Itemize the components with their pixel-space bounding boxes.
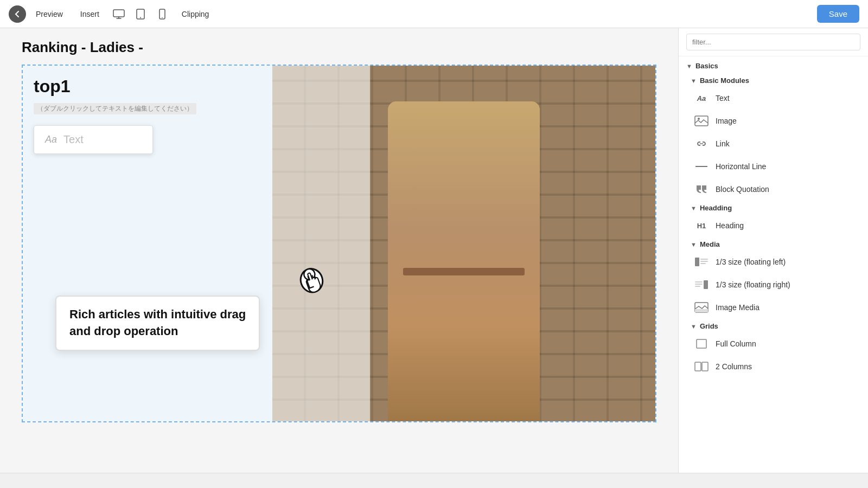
- sidebar-item-image-media[interactable]: Image Media: [679, 296, 868, 319]
- sidebar-item-link[interactable]: Link: [679, 132, 868, 155]
- heading-item-label: Heading: [716, 221, 744, 230]
- subsection-media[interactable]: ▼ Media: [679, 237, 868, 251]
- save-button[interactable]: Save: [817, 5, 859, 23]
- third-right-item-label: 1/3 size (floating right): [716, 280, 790, 289]
- article-top-label: top1: [34, 76, 261, 97]
- svg-rect-0: [113, 10, 124, 17]
- svg-point-2: [140, 17, 141, 18]
- image-item-label: Image: [716, 117, 737, 125]
- sidebar-item-text[interactable]: Aa Text: [679, 87, 868, 110]
- toolbar: Preview Insert Clipping Save: [0, 0, 868, 28]
- subsection-media-label: Media: [700, 240, 720, 248]
- article-container: top1 （ダブルクリックしてテキストを編集してください） Aa Text: [22, 65, 656, 422]
- block-quotation-icon: [694, 183, 709, 195]
- subsection-basic-modules[interactable]: ▼ Basic Modules: [679, 73, 868, 87]
- block-quotation-item-label: Block Quotation: [716, 185, 769, 194]
- drag-text-icon: Aa: [45, 134, 57, 145]
- text-icon: Aa: [694, 92, 709, 104]
- svg-rect-10: [700, 259, 708, 260]
- image-media-item-label: Image Media: [716, 303, 760, 312]
- full-column-item-label: Full Column: [716, 339, 756, 348]
- sidebar-item-full-column[interactable]: Full Column: [679, 332, 868, 355]
- sidebar-item-heading[interactable]: H1 Heading: [679, 214, 868, 237]
- sidebar: ▼ Basics ▼ Basic Modules Aa Text Im: [678, 28, 868, 473]
- subsection-grids-label: Grids: [700, 322, 718, 330]
- page-title: Ranking - Ladies -: [22, 39, 656, 56]
- sidebar-item-block-quotation[interactable]: Block Quotation: [679, 178, 868, 201]
- section-basics[interactable]: ▼ Basics: [679, 56, 868, 73]
- chevron-down-icon: ▼: [691, 78, 697, 84]
- clipping-button[interactable]: Clipping: [174, 7, 217, 22]
- subsection-basic-modules-label: Basic Modules: [700, 76, 749, 85]
- tablet-icon[interactable]: [131, 4, 150, 24]
- canvas-area: Ranking - Ladies - top1 （ダブルクリックしてテキストを編…: [0, 28, 678, 473]
- sidebar-item-image[interactable]: Image: [679, 110, 868, 132]
- drag-preview-block: Aa Text: [34, 125, 153, 154]
- tooltip-box: Rich articles with intuitive dragand dro…: [55, 296, 260, 351]
- horizontal-line-item-label: Horizontal Line: [716, 162, 766, 171]
- sidebar-item-third-left[interactable]: 1/3 size (floating left): [679, 251, 868, 273]
- chevron-down-icon: ▼: [691, 241, 697, 248]
- sidebar-item-third-right[interactable]: 1/3 size (floating right): [679, 273, 868, 296]
- third-right-icon: [694, 279, 709, 291]
- sidebar-item-2-columns[interactable]: 2 Columns: [679, 355, 868, 378]
- svg-rect-20: [695, 362, 701, 371]
- drop-target-zone[interactable]: [272, 66, 370, 421]
- text-item-label: Text: [716, 94, 730, 102]
- section-basics-label: Basics: [695, 62, 718, 70]
- sidebar-item-horizontal-line[interactable]: Horizontal Line: [679, 155, 868, 178]
- svg-rect-19: [697, 339, 706, 348]
- subsection-headding[interactable]: ▼ Headding: [679, 201, 868, 214]
- filter-input[interactable]: [686, 34, 860, 50]
- svg-rect-7: [695, 116, 708, 126]
- preview-button[interactable]: Preview: [28, 7, 71, 22]
- svg-rect-15: [695, 284, 703, 285]
- svg-point-4: [162, 17, 163, 18]
- subsection-headding-label: Headding: [700, 204, 732, 212]
- image-icon: [694, 115, 709, 127]
- svg-rect-12: [700, 263, 706, 264]
- full-column-icon: [694, 338, 709, 350]
- chevron-down-icon: ▼: [691, 323, 697, 330]
- article-left-panel: top1 （ダブルクリックしてテキストを編集してください） Aa Text: [23, 66, 272, 421]
- article-placeholder[interactable]: （ダブルクリックしてテキストを編集してください）: [34, 103, 196, 114]
- horizontal-line-icon: [694, 160, 709, 172]
- bottom-bar: [0, 473, 868, 488]
- subsection-grids[interactable]: ▼ Grids: [679, 319, 868, 332]
- chevron-down-icon: ▼: [686, 63, 692, 69]
- svg-rect-14: [695, 281, 703, 282]
- svg-point-8: [698, 118, 700, 120]
- drag-text-label: Text: [63, 133, 84, 146]
- coat-figure: [388, 101, 540, 421]
- link-item-label: Link: [716, 139, 730, 148]
- heading-icon: H1: [694, 220, 709, 232]
- third-left-icon: [694, 256, 709, 268]
- tooltip-text: Rich articles with intuitive dragand dro…: [69, 306, 246, 340]
- belt: [403, 268, 525, 275]
- main-area: Ranking - Ladies - top1 （ダブルクリックしてテキストを編…: [0, 28, 868, 473]
- svg-rect-21: [702, 362, 708, 371]
- svg-rect-13: [704, 280, 708, 289]
- sidebar-filter-area: [679, 28, 868, 56]
- link-icon: [694, 138, 709, 150]
- back-button[interactable]: [9, 5, 26, 23]
- svg-rect-11: [700, 261, 708, 262]
- svg-rect-16: [695, 286, 700, 287]
- insert-button[interactable]: Insert: [73, 7, 107, 22]
- third-left-item-label: 1/3 size (floating left): [716, 258, 786, 266]
- two-columns-icon: [694, 361, 709, 373]
- chevron-down-icon: ▼: [691, 205, 697, 211]
- svg-rect-18: [695, 309, 708, 312]
- image-media-icon: [694, 301, 709, 313]
- two-columns-item-label: 2 Columns: [716, 362, 752, 371]
- desktop-icon[interactable]: [109, 4, 129, 24]
- svg-rect-9: [695, 258, 699, 266]
- mobile-icon[interactable]: [152, 4, 172, 24]
